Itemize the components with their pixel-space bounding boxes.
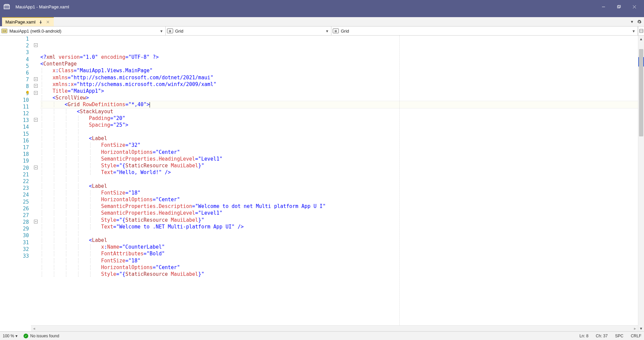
code-line[interactable]: <?xml version="1.0" encoding="UTF-8" ?> <box>40 54 638 60</box>
code-line[interactable]: ┊ ┊ ┊ ┊ ┊ Style="{StaticResource MauiLab… <box>40 271 638 278</box>
code-line[interactable]: ┊ ┊ ┊ ┊ <Label <box>40 237 638 244</box>
fold-toggle <box>31 124 40 130</box>
fold-toggle <box>31 192 40 198</box>
fold-toggle[interactable] <box>31 42 40 49</box>
fold-toggle <box>31 199 40 205</box>
chevron-down-icon: ▾ <box>631 29 636 34</box>
minimize-button[interactable] <box>596 2 611 12</box>
zoom-dropdown[interactable]: 100 % ▾ <box>3 334 17 338</box>
line-number-gutter: 1234567891011121314151617181920212223242… <box>0 36 31 331</box>
insert-mode[interactable]: SPC <box>615 334 623 338</box>
fold-toggle[interactable] <box>31 83 40 90</box>
code-line[interactable]: ┊ xmlns="http://schemas.microsoft.com/do… <box>40 74 638 81</box>
code-line[interactable]: ┊ ┊ ┊ ┊ ┊ FontSize="18" <box>40 257 638 264</box>
code-line[interactable]: ┊ ┊ ┊ ┊ ┊ Text="Hello, World!" /> <box>40 169 638 176</box>
horizontal-scrollbar[interactable]: ◂ ▸ <box>31 325 638 331</box>
code-line[interactable]: ┊ ┊ ┊ ┊ <box>40 176 638 182</box>
line-number: 14 <box>0 124 31 130</box>
code-line[interactable]: ┊ ┊ ┊ ┊ Padding="20" <box>40 115 638 122</box>
chevron-down-icon: ▾ <box>15 334 17 338</box>
code-line[interactable]: ┊ ┊ ┊ ┊ <box>40 128 638 135</box>
fold-toggle <box>31 70 40 76</box>
fold-toggle[interactable] <box>31 219 40 225</box>
scope-dropdown[interactable]: ▦ Grid ▾ <box>166 27 331 35</box>
code-line[interactable]: ┊ ┊ ┊ ┊ ┊ SemanticProperties.Description… <box>40 203 638 210</box>
project-dropdown[interactable]: C# MauiApp1 (net9.0-android) ▾ <box>0 27 166 35</box>
code-line[interactable]: ┊ ┊ ┊ ┊ ┊ Style="{StaticResource MauiLab… <box>40 217 638 223</box>
code-line[interactable]: ┊ ┊ ┊ ┊ Spacing="25"> <box>40 122 638 128</box>
scroll-down-icon[interactable]: ▾ <box>638 325 644 331</box>
line-number: 32 <box>0 246 31 253</box>
code-line[interactable]: ┊ ┊ ┊ ┊ ┊ SemanticProperties.HeadingLeve… <box>40 210 638 216</box>
fold-toggle[interactable] <box>31 117 40 124</box>
code-line[interactable]: ┊ ┊ ┊ <StackLayout <box>40 108 638 115</box>
fold-toggle <box>31 56 40 63</box>
line-number: 12 <box>0 110 31 117</box>
scroll-right-icon[interactable]: ▸ <box>632 326 638 331</box>
code-line[interactable]: ┊ ┊ <Grid RowDefinitions="*,40"> <box>40 101 638 108</box>
split-view-button[interactable] <box>638 27 644 35</box>
issues-indicator[interactable]: ✓ No issues found <box>24 334 59 338</box>
fold-column[interactable] <box>31 36 40 331</box>
line-number: 15 <box>0 131 31 137</box>
code-line[interactable]: ┊ <ScrollView> <box>40 94 638 101</box>
editor[interactable]: 1234567891011121314151617181920212223242… <box>0 36 644 331</box>
code-line[interactable]: ┊ ┊ ┊ ┊ ┊ FontSize="18" <box>40 189 638 196</box>
settings-gear-icon[interactable] <box>637 19 642 25</box>
fold-toggle <box>31 178 40 185</box>
code-line[interactable]: ┊ ┊ ┊ ┊ ┊ HorizontalOptions="Center" <box>40 196 638 203</box>
pin-icon[interactable] <box>38 20 43 25</box>
code-line[interactable]: ┊ ┊ ┊ ┊ ┊ HorizontalOptions="Center" <box>40 264 638 271</box>
close-icon[interactable] <box>46 20 50 25</box>
code-line[interactable]: ┊ ┊ ┊ ┊ ┊ SemanticProperties.HeadingLeve… <box>40 156 638 162</box>
lightbulb-icon[interactable] <box>25 90 30 95</box>
fold-toggle[interactable] <box>31 90 40 97</box>
code-line[interactable]: ┊ ┊ ┊ ┊ ┊ HorizontalOptions="Center" <box>40 149 638 156</box>
scope-label: Grid <box>175 29 322 34</box>
csharp-icon: C# <box>1 29 7 33</box>
code-line[interactable]: ┊ ┊ ┊ ┊ ┊ Style="{StaticResource MauiLab… <box>40 162 638 169</box>
scroll-up-icon[interactable]: ▴ <box>638 36 644 42</box>
fold-toggle[interactable] <box>31 76 40 83</box>
scroll-left-icon[interactable]: ◂ <box>31 326 37 331</box>
code-line[interactable]: ┊ ┊ ┊ ┊ ┊ FontSize="32" <box>40 142 638 148</box>
line-number: 26 <box>0 205 31 212</box>
code-line[interactable]: ┊ ┊ ┊ ┊ <Label <box>40 135 638 142</box>
line-indicator[interactable]: Ln: 8 <box>579 334 589 338</box>
line-number: 19 <box>0 158 31 164</box>
code-line[interactable]: ┊ x:Class="MauiApp1.Views.MainPage" <box>40 67 638 74</box>
issues-text: No issues found <box>30 334 59 338</box>
code-area[interactable]: <?xml version="1.0" encoding="UTF-8" ?><… <box>40 36 638 331</box>
tab-overflow-icon[interactable]: ▾ <box>629 19 635 25</box>
vertical-scrollbar[interactable]: ▴ ▾ <box>638 36 644 331</box>
tabstrip: MainPage.xaml ▾ <box>0 17 644 27</box>
tab-mainpage[interactable]: MainPage.xaml <box>2 17 54 26</box>
code-line[interactable]: ┊ xmlns:x="http://schemas.microsoft.com/… <box>40 81 638 88</box>
close-button[interactable] <box>627 2 642 12</box>
line-number: 22 <box>0 178 31 185</box>
scroll-thumb[interactable] <box>639 49 643 136</box>
line-ending[interactable]: CRLF <box>631 334 641 338</box>
element-label: Grid <box>341 29 629 34</box>
column-indicator[interactable]: Ch: 37 <box>596 334 608 338</box>
line-number: 33 <box>0 253 31 259</box>
line-number: 17 <box>0 144 31 151</box>
code-line[interactable]: ┊ ┊ ┊ ┊ ┊ FontAttributes="Bold" <box>40 250 638 257</box>
code-line[interactable]: ┊ Title="MauiApp1"> <box>40 88 638 94</box>
zoom-value: 100 % <box>3 334 14 338</box>
code-line[interactable]: <ContentPage <box>40 60 638 67</box>
code-line[interactable]: ┊ ┊ ┊ ┊ ┊ x:Name="CounterLabel" <box>40 244 638 250</box>
code-line[interactable]: ┊ ┊ ┊ ┊ <Label <box>40 183 638 189</box>
fold-toggle <box>31 97 40 103</box>
code-line[interactable]: ┊ ┊ ┊ ┊ <box>40 230 638 237</box>
fold-toggle <box>31 131 40 137</box>
code-line[interactable]: ┊ ┊ ┊ ┊ ┊ Text="Welcome to .NET Multi-pl… <box>40 223 638 230</box>
element-dropdown[interactable]: ▦ Grid ▾ <box>331 27 638 35</box>
maximize-button[interactable] <box>611 2 627 12</box>
fold-toggle[interactable] <box>31 165 40 171</box>
line-number: 30 <box>0 232 31 239</box>
line-number: 10 <box>0 97 31 103</box>
line-number: 18 <box>0 151 31 158</box>
fold-toggle <box>31 63 40 70</box>
line-number: 20 <box>0 165 31 171</box>
